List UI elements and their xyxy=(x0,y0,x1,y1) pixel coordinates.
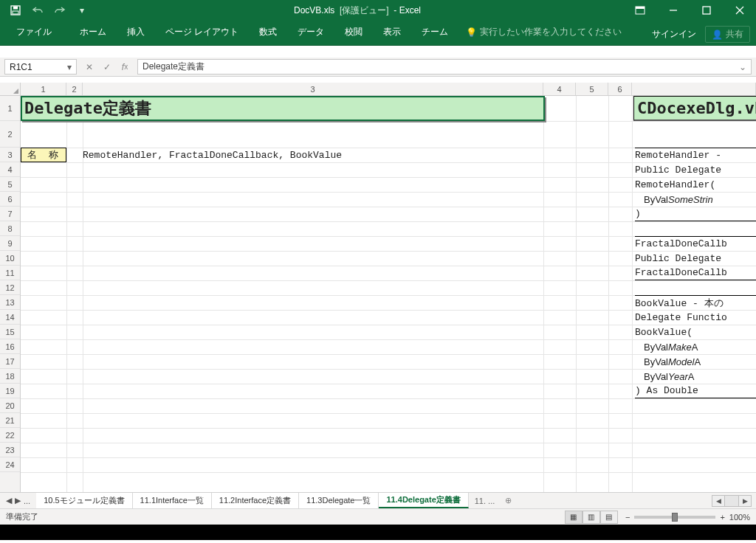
zoom-level[interactable]: 100% xyxy=(729,513,750,522)
row-header-23[interactable]: 23 xyxy=(0,443,20,457)
code-line-15[interactable]: BookValue( xyxy=(635,325,756,339)
row-header-12[interactable]: 12 xyxy=(0,280,20,295)
row-header-20[interactable]: 20 xyxy=(0,398,20,413)
row-header-7[interactable]: 7 xyxy=(0,207,20,221)
row-header-4[interactable]: 4 xyxy=(0,162,20,177)
row-header-5[interactable]: 5 xyxy=(0,177,20,192)
code-line-14[interactable]: Delegate Functio xyxy=(635,310,756,325)
tab-data[interactable]: データ xyxy=(287,21,334,43)
code-line-11[interactable]: FractalDoneCallb xyxy=(635,266,756,280)
col-header-3[interactable]: 3 xyxy=(83,83,543,95)
row-header-18[interactable]: 18 xyxy=(0,369,20,384)
zoom-in-button[interactable]: + xyxy=(720,513,724,522)
code-line-17[interactable]: ByVal Model A xyxy=(635,354,756,369)
row-header-13[interactable]: 13 xyxy=(0,295,20,310)
cancel-formula-icon[interactable]: ✕ xyxy=(81,60,97,75)
name-box[interactable]: R1C1 ▾ xyxy=(4,59,77,75)
maximize-button[interactable] xyxy=(690,0,723,21)
sheet-tab-0[interactable]: 10.5モジュール定義書 xyxy=(36,493,132,508)
hscroll-right-icon[interactable]: ▶ xyxy=(738,495,752,507)
save-icon[interactable] xyxy=(6,2,25,18)
sheet-tabs-bar: ◀ ▶ ... 10.5モジュール定義書 11.1Interface一覧 11.… xyxy=(0,492,756,508)
row-header-21[interactable]: 21 xyxy=(0,413,20,428)
tab-pagelayout[interactable]: ページ レイアウト xyxy=(155,21,249,43)
sheet-tab-2[interactable]: 11.2Interface定義書 xyxy=(212,493,299,508)
tab-home[interactable]: ホーム xyxy=(69,21,117,43)
view-pagelayout-icon[interactable]: ▥ xyxy=(583,511,600,524)
row-header-16[interactable]: 16 xyxy=(0,339,20,354)
sheet-tab-4[interactable]: 11.4Delegate定義書 xyxy=(379,493,468,508)
tab-file[interactable]: ファイル xyxy=(6,21,62,43)
tab-insert[interactable]: 挿入 xyxy=(117,21,155,43)
row-header-2[interactable]: 2 xyxy=(0,121,20,148)
tab-team[interactable]: チーム xyxy=(411,21,458,43)
row-header-24[interactable]: 24 xyxy=(0,457,20,472)
row-header-17[interactable]: 17 xyxy=(0,354,20,369)
row-header-10[interactable]: 10 xyxy=(0,251,20,266)
row-header-9[interactable]: 9 xyxy=(0,236,20,251)
code-line-13[interactable]: BookValue - 本の xyxy=(635,295,756,310)
tab-formulas[interactable]: 数式 xyxy=(249,21,287,43)
zoom-out-button[interactable]: − xyxy=(625,513,630,522)
fx-icon[interactable]: fx xyxy=(117,60,133,75)
code-line-4[interactable]: Public Delegate xyxy=(635,162,756,177)
row-header-19[interactable]: 19 xyxy=(0,384,20,398)
row-header-8[interactable]: 8 xyxy=(0,221,20,236)
cell-title-right[interactable]: CDocexeDlg.vb xyxy=(633,96,756,121)
ribbon-display-options-icon[interactable] xyxy=(623,0,656,21)
view-normal-icon[interactable]: ▦ xyxy=(565,511,583,524)
cell-r3-value[interactable]: RemoteHandler, FractalDoneCallback, Book… xyxy=(83,148,342,162)
sheet-tab-more[interactable]: 11. ... xyxy=(469,493,501,508)
cell-title-left[interactable]: Delegate定義書 xyxy=(21,96,545,121)
row-header-1[interactable]: 1 xyxy=(0,96,20,121)
worksheet-grid[interactable]: 1 2 3 4 5 6 7 8 9 10 11 12 13 14 15 16 1… xyxy=(0,96,756,492)
select-all-cell[interactable] xyxy=(0,83,21,95)
code-line-19[interactable]: ) As Double xyxy=(635,384,756,398)
col-header-4[interactable]: 4 xyxy=(543,83,576,95)
sheet-tab-1[interactable]: 11.1Interface一覧 xyxy=(133,493,212,508)
code-line-3[interactable]: RemoteHandler - xyxy=(635,148,756,162)
tab-review[interactable]: 校閲 xyxy=(334,21,373,43)
undo-icon[interactable] xyxy=(28,2,47,18)
code-line-5[interactable]: RemoteHandler( xyxy=(635,177,756,192)
qat-customize-icon[interactable]: ▾ xyxy=(72,2,92,18)
row-header-15[interactable]: 15 xyxy=(0,325,20,339)
minimize-button[interactable] xyxy=(656,0,690,21)
row-header-14[interactable]: 14 xyxy=(0,310,20,325)
col-header-2[interactable]: 2 xyxy=(66,83,83,95)
row-header-11[interactable]: 11 xyxy=(0,266,20,280)
code-line-9[interactable]: FractalDoneCallb xyxy=(635,236,756,251)
code-line-7[interactable]: ) xyxy=(635,207,756,221)
code-line-18[interactable]: ByVal Year A xyxy=(635,369,756,384)
formula-input[interactable]: Delegate定義書 ⌄ xyxy=(137,59,752,75)
row-header-6[interactable]: 6 xyxy=(0,192,20,207)
sheet-nav-prev-icon[interactable]: ◀ xyxy=(6,496,12,505)
code-line-16[interactable]: ByVal Make A xyxy=(635,339,756,354)
view-pagebreak-icon[interactable]: ▤ xyxy=(600,511,618,524)
tell-me[interactable]: 💡 実行したい作業を入力してください xyxy=(458,21,629,43)
col-header-rest[interactable] xyxy=(632,83,756,95)
signin-link[interactable]: サインイン xyxy=(652,28,696,41)
share-button[interactable]: 👤 共有 xyxy=(705,26,750,43)
enter-formula-icon[interactable]: ✓ xyxy=(99,60,115,75)
tab-view[interactable]: 表示 xyxy=(373,21,411,43)
col-header-5[interactable]: 5 xyxy=(576,83,608,95)
col-header-6[interactable]: 6 xyxy=(608,83,632,95)
row-header-3[interactable]: 3 xyxy=(0,148,20,162)
zoom-slider[interactable] xyxy=(634,516,715,519)
code-line-10[interactable]: Public Delegate xyxy=(635,251,756,266)
col-header-1[interactable]: 1 xyxy=(21,83,66,95)
redo-icon[interactable] xyxy=(50,2,69,18)
cell-r3c1-label[interactable]: 名 称 xyxy=(21,148,66,162)
add-sheet-button[interactable]: ⊕ xyxy=(501,493,515,508)
sheet-nav-ellipsis[interactable]: ... xyxy=(24,497,30,505)
code-line-6[interactable]: ByVal SomeStrin xyxy=(635,192,756,207)
sheet-nav-next-icon[interactable]: ▶ xyxy=(15,496,21,505)
hscroll-left-icon[interactable]: ◀ xyxy=(712,495,725,507)
formula-expand-icon[interactable]: ⌄ xyxy=(739,62,746,72)
horizontal-scrollbar[interactable]: ◀ ▶ xyxy=(712,493,756,508)
row-header-22[interactable]: 22 xyxy=(0,428,20,443)
name-box-dropdown-icon[interactable]: ▾ xyxy=(67,62,72,72)
close-button[interactable] xyxy=(723,0,756,21)
sheet-tab-3[interactable]: 11.3Delegate一覧 xyxy=(299,493,379,508)
